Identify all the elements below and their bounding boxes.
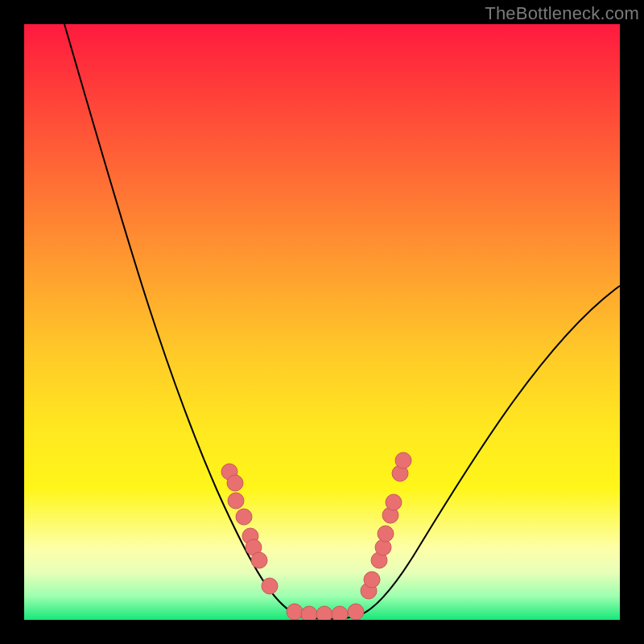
data-points — [221, 452, 411, 620]
data-point — [301, 606, 317, 620]
data-point — [378, 526, 394, 542]
data-point — [395, 452, 411, 469]
data-point — [228, 493, 244, 509]
data-point — [364, 572, 380, 588]
bottleneck-curve — [64, 24, 620, 619]
data-point — [386, 494, 402, 510]
data-point — [332, 606, 348, 620]
data-point — [251, 552, 267, 568]
chart-frame: TheBottleneck.com — [0, 0, 644, 644]
data-point — [227, 475, 243, 491]
data-point — [262, 578, 278, 594]
plot-area — [24, 24, 620, 620]
data-point — [316, 606, 332, 620]
curve-svg — [24, 24, 620, 620]
data-point — [287, 604, 303, 620]
data-point — [236, 509, 252, 525]
data-point — [348, 604, 364, 620]
watermark-text: TheBottleneck.com — [485, 3, 639, 24]
